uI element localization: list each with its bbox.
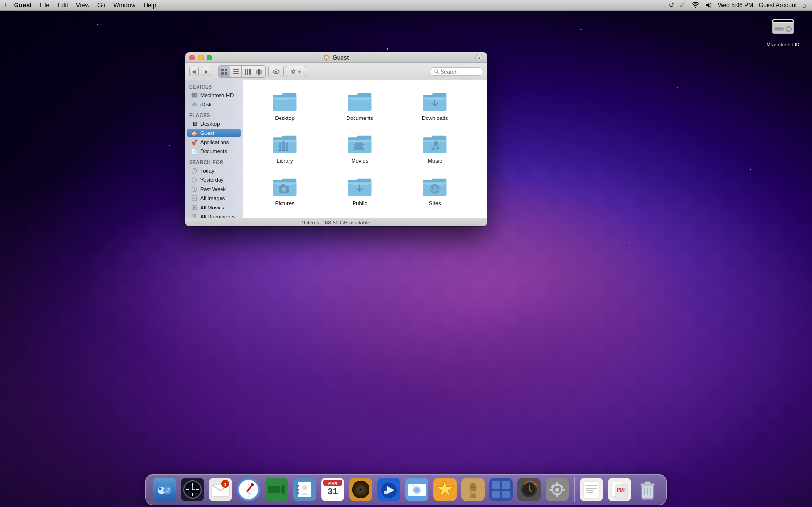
sidebar-item-today[interactable]: Today bbox=[187, 166, 241, 175]
menu-help[interactable]: Help bbox=[140, 0, 161, 11]
dock-script-editor[interactable] bbox=[578, 477, 605, 503]
resize-button[interactable] bbox=[475, 54, 483, 61]
maximize-button[interactable] bbox=[207, 55, 212, 60]
sidebar-guest-label: Guest bbox=[200, 130, 214, 136]
svg-rect-21 bbox=[258, 69, 260, 75]
apple-menu[interactable]:  bbox=[0, 0, 10, 11]
svg-rect-10 bbox=[221, 69, 224, 71]
search-input[interactable] bbox=[441, 69, 479, 75]
dock-facetime[interactable] bbox=[264, 477, 290, 503]
dock-guitar[interactable] bbox=[460, 477, 486, 503]
wifi-menu-icon[interactable] bbox=[690, 2, 701, 8]
svg-rect-97 bbox=[268, 486, 280, 493]
dock-trash[interactable] bbox=[635, 477, 661, 503]
eye-action-button[interactable] bbox=[268, 66, 284, 77]
sidebar-item-all-documents[interactable]: All Documents bbox=[187, 212, 241, 218]
folder-desktop[interactable]: Desktop bbox=[251, 88, 318, 123]
sidebar-item-idisk[interactable]: iDisk bbox=[187, 100, 241, 109]
pictures-folder-label: Pictures bbox=[275, 200, 295, 206]
svg-rect-18 bbox=[247, 69, 248, 75]
svg-rect-101 bbox=[296, 489, 299, 491]
svg-marker-0 bbox=[706, 3, 709, 8]
dock-clock[interactable] bbox=[179, 477, 206, 503]
dock: 3 MAR31 bbox=[145, 474, 667, 505]
sidebar-item-documents[interactable]: 📄 Documents bbox=[187, 147, 241, 156]
svg-text:31: 31 bbox=[328, 487, 338, 496]
sidebar-macintosh-hd-label: Macintosh HD bbox=[200, 92, 234, 98]
icon-view-button[interactable] bbox=[219, 66, 230, 77]
svg-rect-162 bbox=[645, 482, 650, 484]
dock-spaces[interactable] bbox=[488, 477, 514, 503]
svg-point-74 bbox=[163, 487, 171, 494]
folder-documents[interactable]: Documents bbox=[326, 88, 393, 123]
svg-rect-15 bbox=[233, 71, 239, 72]
dock-garageband[interactable] bbox=[432, 477, 458, 503]
desktop-folder-label: Desktop bbox=[275, 115, 294, 121]
menu-file[interactable]: File bbox=[36, 0, 54, 11]
sidebar-item-applications[interactable]: 🚀 Applications bbox=[187, 138, 241, 147]
svg-marker-43 bbox=[193, 206, 196, 209]
sites-folder-label: Sites bbox=[429, 200, 441, 206]
dock-safari[interactable] bbox=[236, 477, 262, 503]
dock-time-machine[interactable] bbox=[516, 477, 542, 503]
folder-movies[interactable]: Movies bbox=[326, 131, 393, 165]
svg-rect-51 bbox=[277, 150, 289, 151]
user-account-menu[interactable]: Guest Account bbox=[757, 2, 798, 9]
svg-point-95 bbox=[246, 491, 248, 492]
dock-system-prefs[interactable] bbox=[544, 477, 570, 503]
menu-finder[interactable]: Guest bbox=[10, 0, 36, 11]
sidebar-item-past-week[interactable]: Past Week bbox=[187, 185, 241, 194]
bluetooth-menu-icon[interactable]: ☄ bbox=[678, 1, 688, 9]
list-view-button[interactable] bbox=[230, 66, 242, 77]
applications-sidebar-icon: 🚀 bbox=[191, 139, 198, 146]
menu-window[interactable]: Window bbox=[109, 0, 139, 11]
close-button[interactable] bbox=[189, 55, 195, 60]
menu-go[interactable]: Go bbox=[93, 0, 109, 11]
volume-menu-icon[interactable] bbox=[703, 2, 714, 8]
forward-button[interactable]: ▶ bbox=[202, 67, 211, 76]
dock-finder[interactable] bbox=[151, 477, 177, 503]
folder-pictures[interactable]: Pictures bbox=[251, 173, 318, 208]
sidebar-item-guest[interactable]: 🏠 Guest bbox=[187, 129, 241, 137]
svg-point-112 bbox=[359, 488, 362, 491]
folder-downloads[interactable]: Downloads bbox=[401, 88, 469, 123]
folder-library[interactable]: Library bbox=[251, 131, 318, 165]
sidebar-item-all-movies[interactable]: All Movies bbox=[187, 203, 241, 212]
sidebar-all-images-label: All Images bbox=[200, 195, 225, 201]
documents-folder-icon bbox=[347, 90, 372, 113]
sidebar-item-all-images[interactable]: All Images bbox=[187, 194, 241, 203]
dock-ical[interactable]: MAR31 bbox=[320, 477, 346, 503]
desktop-sidebar-icon: 🖥 bbox=[191, 120, 198, 127]
macintosh-hd-desktop-icon[interactable]: Macintosh HD bbox=[764, 15, 802, 47]
sidebar-item-yesterday[interactable]: Yesterday bbox=[187, 176, 241, 184]
spotlight-button[interactable]: ⌕ bbox=[800, 1, 808, 9]
dock-itunes[interactable] bbox=[376, 477, 402, 503]
sidebar-item-desktop[interactable]: 🖥 Desktop bbox=[187, 119, 241, 128]
dock-mail[interactable]: 3 bbox=[207, 477, 234, 503]
dock-iphoto[interactable] bbox=[404, 477, 430, 503]
coverflow-view-button[interactable] bbox=[253, 66, 265, 77]
documents-sidebar-icon: 📄 bbox=[191, 148, 198, 155]
all-images-sidebar-icon bbox=[191, 195, 198, 202]
sidebar-documents-label: Documents bbox=[200, 149, 227, 154]
column-view-button[interactable] bbox=[242, 66, 253, 77]
gear-action-button[interactable]: ▼ bbox=[286, 66, 306, 77]
folder-public[interactable]: Public bbox=[326, 173, 393, 208]
clock-display[interactable]: Wed 5:06 PM bbox=[716, 2, 754, 9]
dock-address-book[interactable] bbox=[292, 477, 318, 503]
sidebar-item-macintosh-hd[interactable]: Macintosh HD bbox=[187, 91, 241, 100]
search-box[interactable] bbox=[430, 67, 483, 76]
folder-music[interactable]: Music bbox=[401, 131, 469, 165]
menu-view[interactable]: View bbox=[72, 0, 93, 11]
dock-preview[interactable]: PDF bbox=[606, 477, 633, 503]
svg-text:MAR: MAR bbox=[328, 481, 337, 486]
menu-edit[interactable]: Edit bbox=[54, 0, 72, 11]
dock-dvd[interactable] bbox=[348, 477, 374, 503]
time-machine-menu-icon[interactable]: ↺ bbox=[667, 1, 676, 9]
svg-rect-65 bbox=[281, 184, 285, 186]
back-button[interactable]: ◀ bbox=[189, 67, 199, 76]
folder-sites[interactable]: Sites bbox=[401, 173, 469, 208]
downloads-folder-label: Downloads bbox=[422, 115, 448, 121]
all-movies-sidebar-icon bbox=[191, 204, 198, 211]
minimize-button[interactable] bbox=[198, 55, 204, 60]
